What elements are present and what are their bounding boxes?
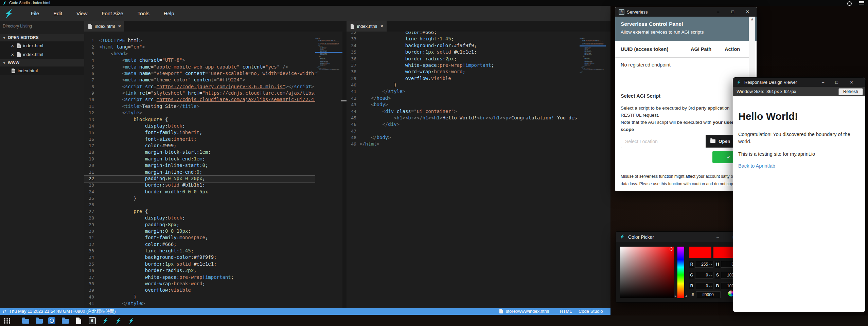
- script-location-input[interactable]: [621, 135, 706, 148]
- minimap-highlight: [580, 45, 606, 46]
- code-studio-button[interactable]: [114, 317, 122, 324]
- folder-button[interactable]: [61, 317, 69, 324]
- menu-bar: File Edit View Font Size Tools Help: [0, 6, 610, 21]
- responsive-viewer-window: Responsive Design Viewer – □ ✕ Window Si…: [733, 77, 866, 312]
- menu-file[interactable]: File: [24, 6, 46, 21]
- description-line: scope: [621, 127, 634, 132]
- chevron-down-icon: ▾: [3, 36, 5, 40]
- close-button[interactable]: ✕: [746, 9, 749, 14]
- document-button[interactable]: [75, 317, 82, 324]
- window-size-label: Window Size:: [737, 89, 764, 94]
- tab-index-html-2[interactable]: index.html ✕: [347, 21, 387, 32]
- code-pane-2[interactable]: color:#666; line-height:1.45; background…: [359, 32, 580, 304]
- stepper-arrows-icon[interactable]: ▲▼: [709, 264, 712, 265]
- folder-button[interactable]: [35, 317, 43, 324]
- status-datetime: Thu May 11 2023 21:54:48 GMT+0800 (台北標準時…: [9, 308, 116, 315]
- close-button[interactable]: ✕: [850, 80, 853, 84]
- column-agi-path: AGI Path: [691, 41, 711, 57]
- spinner-icon[interactable]: [847, 1, 852, 6]
- hamburger-menu-icon[interactable]: [859, 1, 864, 5]
- back-to-aprintlab-link[interactable]: Back to Aprintlab: [738, 163, 775, 169]
- page-heading: Hello World!: [738, 111, 798, 122]
- hue-slider[interactable]: [677, 247, 684, 298]
- color-marker[interactable]: [670, 247, 673, 251]
- page-paragraph: Congratulation! You discovered the bound…: [738, 131, 856, 145]
- menu-tools[interactable]: Tools: [130, 6, 157, 21]
- serverless-app-button[interactable]: 0: [88, 317, 96, 324]
- status-language[interactable]: HTML: [560, 308, 572, 315]
- hue-handle-right-icon[interactable]: ◀: [685, 295, 687, 298]
- desktop: Code Studio - index.html File Edit View …: [0, 0, 868, 326]
- open-editor-item[interactable]: ✕ index.html: [0, 50, 84, 59]
- red-stepper[interactable]: 255▲▼: [695, 261, 713, 268]
- code-studio-button[interactable]: [102, 317, 109, 324]
- editor-area: 1234567891011121314151617181920212223242…: [84, 32, 610, 308]
- preview-page: Hello World! Congratulation! You discove…: [733, 96, 865, 312]
- serverless-icon: 0: [89, 317, 96, 324]
- hue-handle-left-icon[interactable]: ▶: [675, 295, 676, 298]
- open-editor-item[interactable]: ✕ index.html: [0, 41, 84, 50]
- serverless-panel-header: Serverless Control Panel Allow external …: [615, 17, 757, 41]
- line-number-gutter: 323334353637383940414243444546474849: [347, 32, 360, 148]
- folder-button[interactable]: [22, 317, 29, 324]
- code-studio-button[interactable]: [127, 317, 135, 324]
- close-icon[interactable]: ✕: [380, 24, 383, 28]
- section-open-editors[interactable]: ▾OPEN EDITORS: [0, 34, 84, 41]
- app-grid-button[interactable]: [3, 317, 11, 324]
- blue-stepper[interactable]: 0▲▼: [695, 283, 713, 289]
- minimap-1[interactable]: <!DOCTYPE html><html lang="en"> <head> <…: [315, 37, 342, 112]
- section-www[interactable]: ▾WWW: [0, 59, 84, 66]
- scroll-up-icon[interactable]: ∧: [749, 17, 755, 22]
- hue-label: H: [715, 261, 720, 268]
- close-icon[interactable]: ✕: [11, 41, 15, 50]
- status-app-name: Code Studio: [579, 308, 603, 315]
- menu-font-size[interactable]: Font Size: [94, 6, 130, 21]
- sidebar-heading: Directory Listing: [3, 24, 32, 28]
- minimize-button[interactable]: –: [717, 9, 719, 14]
- minimize-button[interactable]: –: [716, 235, 719, 239]
- green-stepper[interactable]: 0▲▼: [695, 272, 713, 279]
- folder-icon: [22, 319, 29, 324]
- folder-icon: [36, 319, 43, 324]
- code-pane-1[interactable]: <!DOCTYPE html><html lang="en"> <head> <…: [99, 37, 315, 308]
- file-icon: [17, 52, 21, 57]
- status-bar: ⇄ Thu May 11 2023 21:54:48 GMT+0800 (台北標…: [0, 308, 610, 315]
- splitter-handle[interactable]: [341, 100, 347, 101]
- minimap-2[interactable]: <!DOCTYPE html><html lang="en"> <head> <…: [580, 37, 606, 112]
- minimize-button[interactable]: –: [822, 80, 824, 84]
- folder-icon: [62, 319, 69, 324]
- media-app-button[interactable]: [48, 317, 55, 324]
- description-line: Select a script to be executed by 3rd pa…: [621, 106, 729, 111]
- stepper-arrows-icon[interactable]: ▲▼: [709, 274, 712, 276]
- endpoint-table-header: UUID (access token) AGI Path Action: [615, 41, 749, 58]
- serverless-title-bar[interactable]: 0 Serverless – □ ✕: [615, 7, 757, 17]
- hex-input[interactable]: ff0000: [696, 291, 721, 298]
- menu-help[interactable]: Help: [157, 6, 181, 21]
- menu-view[interactable]: View: [69, 6, 94, 21]
- file-tree-item[interactable]: index.html: [0, 66, 84, 75]
- warning-text: Misuse of serverless function might affe…: [621, 174, 746, 179]
- stepper-arrows-icon[interactable]: ▲▼: [709, 285, 712, 287]
- refresh-button[interactable]: Refresh: [838, 88, 863, 95]
- status-file-path: store:/www/index.html: [506, 308, 549, 315]
- saturation-value-field[interactable]: [620, 247, 674, 298]
- responsive-viewer-title-bar[interactable]: Responsive Design Viewer – □ ✕: [733, 78, 865, 87]
- sync-icon: ⇄: [3, 308, 6, 315]
- saturation-label: S: [715, 272, 720, 279]
- code-studio-window: File Edit View Font Size Tools Help Dire…: [0, 6, 610, 315]
- column-action: Action: [725, 41, 740, 57]
- menu-edit[interactable]: Edit: [46, 6, 69, 21]
- maximize-button[interactable]: □: [835, 80, 838, 84]
- close-icon[interactable]: ✕: [11, 50, 15, 59]
- pane-divider[interactable]: [342, 32, 347, 308]
- page-paragraph: This is a testing site for my.aprint.io: [738, 151, 815, 157]
- tab-index-html[interactable]: index.html ✕: [84, 21, 124, 32]
- close-icon[interactable]: ✕: [118, 24, 121, 28]
- code-studio-logo-icon: [3, 8, 14, 19]
- maximize-button[interactable]: □: [731, 9, 734, 14]
- color-picker-title-bar[interactable]: Color Picker – □: [616, 232, 738, 242]
- serverless-icon: 0: [619, 9, 624, 15]
- file-icon: [499, 309, 503, 313]
- column-uuid: UUID (access token): [621, 41, 668, 57]
- file-icon: [88, 24, 92, 29]
